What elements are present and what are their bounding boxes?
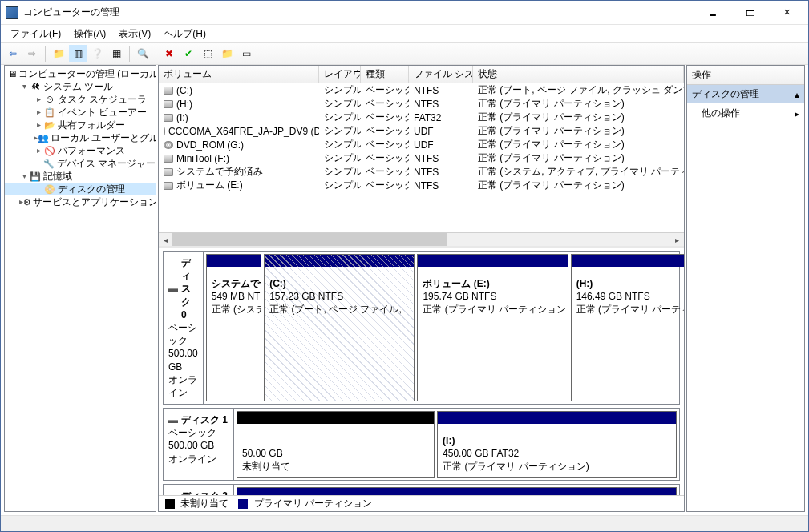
disk-row[interactable]: ▬ ディスク 0ベーシック500.00 GBオンラインシステムで予549 MB … bbox=[163, 251, 680, 405]
apply-icon[interactable]: ✔ bbox=[180, 45, 197, 62]
forward-button[interactable]: ⇨ bbox=[23, 45, 41, 62]
disk-label[interactable]: ▬ ディスク 0ベーシック500.00 GBオンライン bbox=[164, 252, 204, 404]
partition[interactable]: システムで予549 MB NTF正常 (システ bbox=[206, 254, 261, 401]
partition-size: 50.00 GB bbox=[242, 448, 283, 459]
chevron-right-icon[interactable]: ▸ bbox=[34, 106, 43, 119]
volume-status: 正常 (プライマリ パーティション) bbox=[473, 138, 684, 151]
tree-device-manager[interactable]: ▸ 🔧 デバイス マネージャー bbox=[5, 157, 156, 170]
storage-icon: 💾 bbox=[29, 170, 42, 183]
horizontal-scrollbar[interactable]: ◂ ▸ bbox=[159, 232, 684, 246]
tree-pane[interactable]: 🖥 コンピューターの管理 (ローカル) ▾ 🛠 システム ツール ▸ ⏲ タスク… bbox=[4, 65, 156, 512]
share-icon: 📂 bbox=[43, 119, 56, 131]
col-volume[interactable]: ボリューム bbox=[159, 66, 319, 83]
partition[interactable]: (C:)157.23 GB NTFS正常 (ブート, ページ ファイル, bbox=[264, 254, 415, 401]
disk-label[interactable]: ▬ ディスク 1ベーシック500.00 GBオンライン bbox=[164, 409, 234, 480]
volume-row[interactable]: DVD_ROM (G:)シンプルベーシックUDF正常 (プライマリ パーティショ… bbox=[159, 138, 684, 151]
chevron-right-icon[interactable]: ▸ bbox=[34, 93, 43, 106]
col-filesystem[interactable]: ファイル システム bbox=[409, 66, 473, 83]
chevron-down-icon[interactable]: ▾ bbox=[19, 170, 29, 183]
options-icon[interactable]: 📁 bbox=[218, 45, 236, 62]
volume-row[interactable]: MiniTool (F:)シンプルベーシックNTFS正常 (プライマリ パーティ… bbox=[159, 151, 684, 165]
scroll-left-button[interactable]: ◂ bbox=[159, 233, 172, 247]
tree-shared-folders[interactable]: ▸ 📂 共有フォルダー bbox=[5, 119, 156, 131]
disk-id: ディスク 0 bbox=[181, 256, 198, 321]
close-button[interactable]: ✕ bbox=[768, 2, 805, 24]
actions-disk-management[interactable]: ディスクの管理 ▴ bbox=[687, 85, 804, 103]
disk-id: ディスク 1 bbox=[181, 413, 228, 426]
minimize-button[interactable]: 🗕 bbox=[694, 2, 731, 24]
help-icon[interactable]: ❔ bbox=[88, 45, 106, 62]
delete-icon[interactable]: ✖ bbox=[160, 45, 178, 62]
scroll-track[interactable] bbox=[172, 233, 670, 247]
disk-partitions: システムで予549 MB NTF正常 (システ(C:)157.23 GB NTF… bbox=[204, 252, 684, 404]
legend-unalloc: 未割り当て bbox=[165, 497, 229, 510]
tree-system-tools[interactable]: ▾ 🛠 システム ツール bbox=[5, 80, 156, 93]
chevron-right-icon[interactable]: ▸ bbox=[34, 144, 43, 157]
volume-row[interactable]: (H:)シンプルベーシックNTFS正常 (プライマリ パーティション) bbox=[159, 97, 684, 111]
volume-filesystem: NTFS bbox=[409, 99, 473, 110]
partition[interactable]: (H:)146.49 GB NTFS正常 (プライマリ パーティション bbox=[571, 254, 684, 401]
tree-performance[interactable]: ▸ 🚫 パフォーマンス bbox=[5, 144, 156, 157]
disk-label[interactable]: ▬ ディスク 2ベーシック500.00 GBオンライン bbox=[164, 485, 234, 495]
disk-icon: ▬ bbox=[168, 490, 178, 495]
volume-list-body[interactable]: (C:)シンプルベーシックNTFS正常 (ブート, ページ ファイル, クラッシ… bbox=[159, 83, 684, 232]
volume-list-header[interactable]: ボリューム レイアウト 種類 ファイル システム 状態 bbox=[159, 66, 684, 83]
maximize-button[interactable]: 🗖 bbox=[731, 2, 768, 24]
volume-type: ベーシック bbox=[361, 83, 409, 97]
disk-graphical-area[interactable]: ▬ ディスク 0ベーシック500.00 GBオンラインシステムで予549 MB … bbox=[159, 246, 684, 495]
volume-row[interactable]: ボリューム (E:)シンプルベーシックNTFS正常 (プライマリ パーティション… bbox=[159, 179, 684, 192]
properties-icon[interactable]: ▦ bbox=[107, 45, 125, 62]
tree-disk-management[interactable]: ▸ 📀 ディスクの管理 bbox=[5, 183, 156, 195]
col-status[interactable]: 状態 bbox=[473, 66, 684, 83]
disk-row[interactable]: ▬ ディスク 2ベーシック500.00 GBオンラインMiniTool (F:)… bbox=[163, 484, 680, 495]
volume-name: ボリューム (E:) bbox=[176, 179, 243, 192]
scroll-thumb[interactable] bbox=[172, 233, 447, 247]
list-icon[interactable]: ▭ bbox=[237, 45, 255, 62]
tools-icon: 🛠 bbox=[29, 80, 42, 93]
partition-title: ボリューム (E:) bbox=[423, 278, 489, 289]
partition-header-bar bbox=[207, 255, 261, 267]
col-layout[interactable]: レイアウト bbox=[319, 66, 361, 83]
partition[interactable]: ボリューム (E:)195.74 GB NTFS正常 (プライマリ パーティショ… bbox=[417, 254, 568, 401]
back-button[interactable]: ⇦ bbox=[4, 45, 22, 62]
menu-help[interactable]: ヘルプ(H) bbox=[157, 26, 212, 42]
partition-header-bar bbox=[572, 255, 684, 267]
disk-state: オンライン bbox=[168, 374, 197, 398]
tree-task-scheduler[interactable]: ▸ ⏲ タスク スケジューラ bbox=[5, 93, 156, 106]
partition[interactable]: (I:)450.00 GB FAT32正常 (プライマリ パーティション) bbox=[437, 411, 677, 478]
tree-storage[interactable]: ▾ 💾 記憶域 bbox=[5, 170, 156, 183]
disk-row[interactable]: ▬ ディスク 1ベーシック500.00 GBオンライン50.00 GB未割り当て… bbox=[163, 408, 680, 481]
chevron-right-icon[interactable]: ▸ bbox=[34, 119, 43, 131]
volume-status: 正常 (システム, アクティブ, プライマリ パーティション) bbox=[473, 165, 684, 179]
volume-layout: シンプル bbox=[319, 165, 361, 179]
menu-file[interactable]: ファイル(F) bbox=[4, 26, 67, 42]
volume-row[interactable]: CCCOMA_X64FRE_JA-JP_DV9 (D:)シンプルベーシックUDF… bbox=[159, 124, 684, 138]
volume-filesystem: NTFS bbox=[409, 85, 473, 96]
tree-local-users[interactable]: ▸ 👥 ローカル ユーザーとグループ bbox=[5, 131, 156, 144]
legend-swatch-unalloc bbox=[165, 499, 175, 509]
partition[interactable]: MiniTool (F:)500.00 GB NTFS正常 (プライマリ パーテ… bbox=[237, 487, 677, 495]
find-icon[interactable]: 🔍 bbox=[134, 45, 152, 62]
chevron-down-icon[interactable]: ▾ bbox=[19, 80, 29, 93]
partition[interactable]: 50.00 GB未割り当て bbox=[237, 411, 435, 478]
actions-other-operations[interactable]: 他の操作 ▸ bbox=[687, 103, 804, 123]
volume-row[interactable]: システムで予約済みシンプルベーシックNTFS正常 (システム, アクティブ, プ… bbox=[159, 165, 684, 179]
menu-view[interactable]: 表示(V) bbox=[112, 26, 157, 42]
volume-row[interactable]: (I:)シンプルベーシックFAT32正常 (プライマリ パーティション) bbox=[159, 111, 684, 124]
folder-icon[interactable]: 📁 bbox=[50, 45, 67, 62]
volume-type: ベーシック bbox=[361, 179, 409, 192]
scroll-right-button[interactable]: ▸ bbox=[670, 233, 684, 247]
panes-icon[interactable]: ▥ bbox=[69, 45, 87, 62]
volume-list[interactable]: ボリューム レイアウト 種類 ファイル システム 状態 (C:)シンプルベーシッ… bbox=[159, 66, 684, 246]
tree-root[interactable]: 🖥 コンピューターの管理 (ローカル) bbox=[5, 67, 156, 80]
new-icon[interactable]: ⬚ bbox=[199, 45, 216, 62]
volume-icon bbox=[164, 155, 173, 163]
col-type[interactable]: 種類 bbox=[361, 66, 409, 83]
tree-event-viewer[interactable]: ▸ 📋 イベント ビューアー bbox=[5, 106, 156, 119]
menu-action[interactable]: 操作(A) bbox=[67, 26, 112, 42]
volume-status: 正常 (プライマリ パーティション) bbox=[473, 97, 684, 111]
volume-layout: シンプル bbox=[319, 124, 361, 138]
tree-services-apps[interactable]: ▸ ⚙ サービスとアプリケーション bbox=[5, 195, 156, 208]
toolbar: ⇦ ⇨ 📁 ▥ ❔ ▦ 🔍 ✖ ✔ ⬚ 📁 ▭ bbox=[1, 42, 808, 65]
volume-row[interactable]: (C:)シンプルベーシックNTFS正常 (ブート, ページ ファイル, クラッシ… bbox=[159, 83, 684, 97]
